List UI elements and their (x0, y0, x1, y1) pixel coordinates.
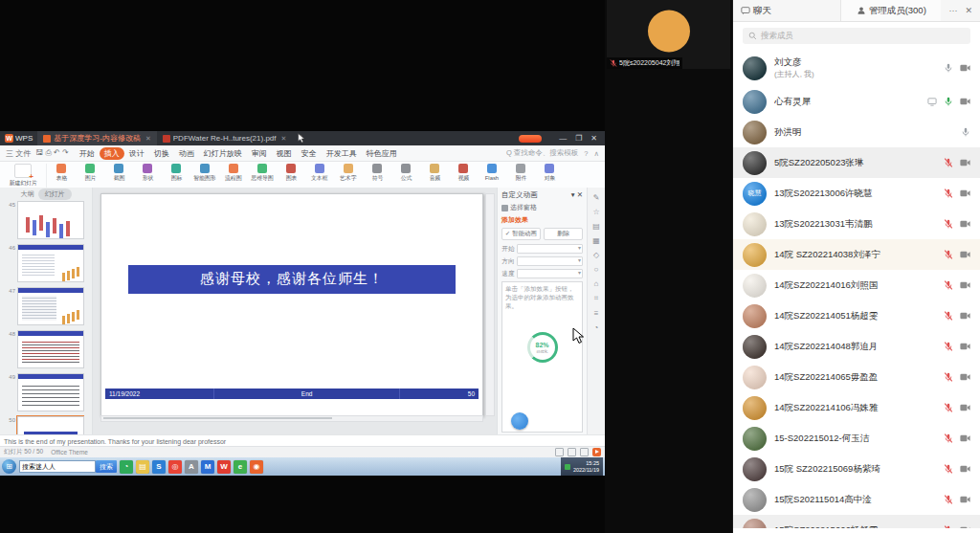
ribbon-button[interactable]: 文本框 (305, 164, 334, 183)
menu-tab[interactable]: 视图 (272, 147, 297, 160)
doc-tab-presentation[interactable]: 基于深度学习-内容修改稿 ✕ (37, 131, 157, 145)
pane-close-icon[interactable]: ✕ (577, 190, 583, 199)
camera-icon[interactable] (960, 343, 970, 350)
menu-tab[interactable]: 幻灯片放映 (199, 147, 247, 160)
close-panel-icon[interactable]: ✕ (965, 6, 972, 15)
menu-tab[interactable]: 开始 (75, 147, 100, 160)
camera-icon[interactable] (960, 220, 970, 228)
taskbar-clock[interactable]: 15:25 2022/11/19 (573, 460, 599, 473)
slide-page[interactable]: 感谢母校，感谢各位师生！ 11/19/2022 End 50 (100, 193, 483, 416)
new-slide-button[interactable]: 新建幻灯片 (2, 164, 47, 188)
tab-manage-members[interactable]: 管理成员(300) (841, 0, 941, 21)
camera-icon[interactable] (960, 496, 970, 503)
member-row[interactable]: 15-S202215012-何玉洁 (733, 423, 980, 454)
animation-list[interactable]: 单击「添加效果」按钮，为选中的对象添加动画效果。 82% 已优化 (501, 281, 583, 433)
mic-icon[interactable] (944, 372, 953, 382)
slide-thumbnail[interactable]: 49 (8, 373, 84, 411)
start-button[interactable]: ⊞ (2, 459, 16, 474)
wps-vip-button[interactable] (519, 135, 542, 143)
member-row[interactable]: 心有灵犀 (733, 86, 980, 117)
search-input[interactable]: 搜索成员 (743, 28, 970, 44)
camera-icon[interactable] (960, 526, 970, 528)
taskbar-app-icon[interactable]: W (217, 460, 231, 474)
member-row[interactable]: 刘文彦 (主持人, 我) (733, 50, 980, 86)
side-tab-icon[interactable]: ⌗ (594, 294, 599, 303)
participant-video-tile[interactable]: 5院s202205042刘翔 (607, 0, 730, 69)
slideshow-view-icon[interactable] (592, 448, 601, 456)
ribbon-button[interactable]: 图片 (76, 164, 104, 183)
mic-icon[interactable] (944, 433, 953, 443)
tab-chat[interactable]: 聊天 (733, 0, 841, 21)
taskbar-app-icon[interactable]: ◉ (250, 460, 263, 474)
delete-animation-button[interactable]: 删除 (544, 228, 583, 240)
mic-icon[interactable] (944, 464, 953, 474)
tray-antivirus-icon[interactable] (565, 464, 570, 470)
member-row[interactable]: 15院S202115014高中淦 (733, 484, 980, 515)
field-dropdown[interactable] (517, 256, 583, 266)
ribbon-button[interactable]: 符号 (363, 164, 391, 183)
close-tab-icon[interactable]: ✕ (145, 135, 151, 143)
camera-icon[interactable] (960, 312, 970, 320)
slide-thumbnail[interactable]: 46 (8, 244, 84, 282)
side-tab-icon[interactable]: ☆ (592, 208, 599, 216)
ribbon-button[interactable]: 视频 (449, 164, 478, 183)
menu-tab[interactable]: 特色应用 (362, 147, 402, 160)
camera-icon[interactable] (960, 64, 970, 72)
camera-icon[interactable] (960, 281, 970, 289)
minimize-button[interactable]: — (559, 134, 567, 143)
menu-tab[interactable]: 开发工具 (322, 147, 362, 160)
mic-icon[interactable] (944, 189, 953, 198)
member-row[interactable]: 15院 SZ202215069杨紫琦 (733, 454, 980, 484)
normal-view-icon[interactable] (555, 448, 564, 456)
menu-tab[interactable]: 动画 (174, 147, 199, 160)
taskbar-search-input[interactable] (19, 460, 96, 473)
camera-icon[interactable] (960, 434, 970, 442)
member-row[interactable]: 14院SZ202214016刘照国 (733, 270, 980, 300)
ribbon-button[interactable]: 艺术字 (334, 164, 363, 183)
close-tab-icon[interactable]: ✕ (281, 135, 287, 143)
taskbar-app-icon[interactable]: S (152, 460, 166, 474)
ribbon-button[interactable]: 形状 (133, 164, 162, 183)
mic-icon[interactable] (961, 127, 970, 137)
help-icon[interactable]: ? (584, 149, 588, 158)
ribbon-button[interactable]: 表格 (47, 164, 76, 183)
mic-icon[interactable] (944, 311, 953, 321)
rail-tab[interactable]: 幻灯片 (38, 189, 72, 200)
member-row[interactable]: 5院SZ202205023张琳 (733, 147, 980, 178)
field-dropdown[interactable] (517, 269, 583, 278)
taskbar-app-icon[interactable]: ◎ (168, 460, 182, 474)
search-command-input[interactable]: Q 查找命令、搜索模板 (506, 148, 578, 158)
reading-view-icon[interactable] (580, 448, 589, 456)
taskbar-app-icon[interactable]: e (234, 460, 247, 474)
side-tab-icon[interactable]: ✎ (593, 193, 600, 202)
ribbon-button[interactable]: 流程图 (219, 164, 248, 183)
ribbon-button[interactable]: 公式 (391, 164, 420, 183)
vertical-scrollbar[interactable] (485, 193, 495, 416)
smart-animation-button[interactable]: ✓ 智能动画 (501, 228, 541, 240)
camera-icon[interactable] (960, 189, 970, 197)
field-dropdown[interactable] (517, 244, 583, 254)
mic-icon[interactable] (944, 158, 953, 167)
side-tab-icon[interactable]: ◇ (593, 251, 599, 259)
slide-thumbnail[interactable]: 45 (8, 201, 84, 239)
ribbon-button[interactable]: 智能图形 (190, 164, 219, 183)
camera-icon[interactable] (960, 159, 970, 167)
member-row[interactable]: 晓慧 13院S202213006许晓慧 (733, 178, 980, 209)
member-row[interactable]: 13院S202213031韦清鹏 (733, 209, 980, 239)
mic-icon[interactable] (944, 280, 953, 290)
maximize-button[interactable]: ❐ (575, 134, 582, 143)
ribbon-button[interactable]: 图标 (162, 164, 190, 183)
taskbar-app-icon[interactable]: ▤ (136, 460, 149, 474)
sorter-view-icon[interactable] (568, 448, 576, 456)
side-tab-icon[interactable]: ≡ (594, 309, 599, 318)
slide-canvas[interactable]: 感谢母校，感谢各位师生！ 11/19/2022 End 50 (93, 188, 497, 435)
menu-tab[interactable]: 审阅 (247, 147, 272, 160)
ribbon-button[interactable]: Flash (478, 164, 506, 183)
taskbar-app-icon[interactable]: A (185, 460, 198, 474)
taskbar-app-icon[interactable]: M (201, 460, 214, 474)
taskbar-search-button[interactable]: 搜索 (96, 460, 117, 473)
menu-tab[interactable]: 安全 (297, 147, 322, 160)
taskbar-app-icon[interactable]: ◔ (120, 460, 133, 474)
mic-icon[interactable] (944, 250, 953, 259)
menu-tab[interactable]: 设计 (124, 147, 149, 160)
